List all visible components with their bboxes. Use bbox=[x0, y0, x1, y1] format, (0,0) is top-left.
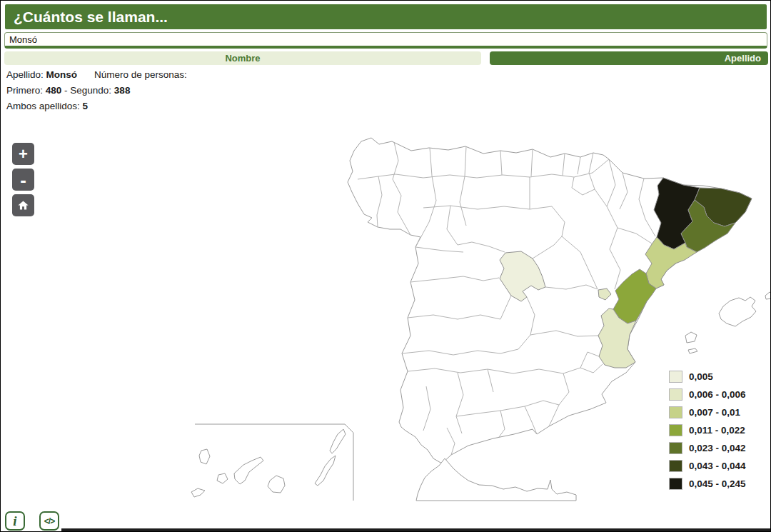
app-window: ¿Cuántos se llaman... Nombre Apellido Ap… bbox=[0, 0, 771, 532]
home-icon bbox=[17, 199, 29, 211]
legend-label: 0,005 bbox=[689, 371, 713, 382]
stats-line-counts: Primero: 480 - Segundo: 388 bbox=[6, 83, 187, 99]
africa-coast-outline bbox=[416, 458, 576, 501]
tab-apellido[interactable]: Apellido bbox=[490, 51, 768, 65]
legend-label: 0,007 - 0,01 bbox=[689, 407, 740, 418]
surname-label: Apellido: bbox=[6, 69, 46, 80]
legend-label: 0,045 - 0,245 bbox=[689, 478, 746, 489]
legend-row: 0,023 - 0,042 bbox=[669, 441, 746, 454]
people-label: Número de personas: bbox=[94, 69, 187, 80]
spain-choropleth-map[interactable] bbox=[1, 128, 771, 528]
bottom-bar bbox=[61, 528, 770, 531]
canary-islands bbox=[191, 429, 346, 497]
legend-swatch bbox=[669, 478, 682, 490]
second-label: Segundo: bbox=[70, 85, 114, 96]
code-icon: </> bbox=[44, 516, 54, 526]
balearic-islands bbox=[685, 292, 771, 353]
legend-row: 0,011 - 0,022 bbox=[669, 423, 746, 436]
stats-block: Apellido: MonsóNúmero de personas: Prime… bbox=[6, 67, 187, 114]
legend-swatch bbox=[669, 442, 682, 454]
legend-swatch bbox=[669, 371, 682, 383]
info-icon: i bbox=[13, 513, 16, 529]
first-label: Primero: bbox=[6, 85, 46, 96]
legend-swatch bbox=[669, 460, 682, 472]
map-legend: 0,005 0,006 - 0,006 0,007 - 0,01 0,011 -… bbox=[669, 370, 746, 495]
map-zoom-controls: + - bbox=[12, 143, 35, 220]
legend-row: 0,006 - 0,006 bbox=[669, 388, 746, 401]
tab-bar: Nombre Apellido bbox=[1, 51, 771, 65]
legend-label: 0,023 - 0,042 bbox=[689, 443, 746, 453]
legend-label: 0,011 - 0,022 bbox=[689, 425, 745, 436]
info-button[interactable]: i bbox=[5, 511, 25, 531]
legend-label: 0,006 - 0,006 bbox=[689, 389, 746, 400]
legend-label: 0,043 - 0,044 bbox=[689, 461, 746, 471]
legend-row: 0,005 bbox=[669, 370, 746, 383]
page-title: ¿Cuántos se llaman... bbox=[5, 4, 767, 29]
legend-swatch bbox=[669, 388, 682, 401]
surname-value: Monsó bbox=[46, 69, 78, 80]
stats-line-surname: Apellido: MonsóNúmero de personas: bbox=[6, 67, 187, 83]
both-label: Ambos apellidos: bbox=[6, 101, 83, 111]
tab-nombre[interactable]: Nombre bbox=[4, 51, 481, 65]
separator: - bbox=[61, 85, 70, 96]
search-input[interactable] bbox=[4, 32, 767, 49]
legend-row: 0,045 - 0,245 bbox=[669, 477, 746, 490]
legend-row: 0,043 - 0,044 bbox=[669, 459, 746, 472]
zoom-out-button[interactable]: - bbox=[12, 169, 34, 191]
legend-swatch bbox=[669, 406, 682, 418]
home-button[interactable] bbox=[12, 194, 34, 216]
stats-line-both: Ambos apellidos: 5 bbox=[6, 99, 187, 114]
embed-code-button[interactable]: </> bbox=[39, 511, 59, 531]
zoom-in-button[interactable]: + bbox=[12, 143, 34, 165]
both-value: 5 bbox=[83, 101, 89, 111]
second-value: 388 bbox=[114, 85, 131, 96]
legend-row: 0,007 - 0,01 bbox=[669, 406, 746, 418]
legend-swatch bbox=[669, 424, 682, 436]
first-value: 480 bbox=[46, 85, 62, 96]
